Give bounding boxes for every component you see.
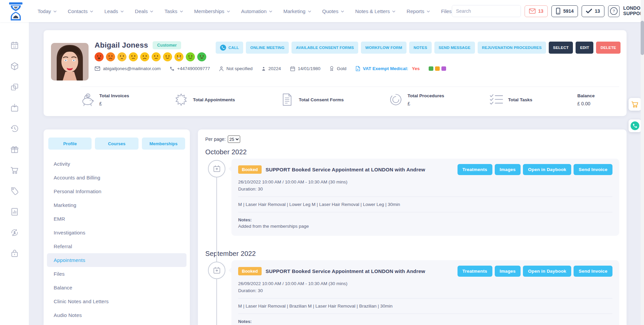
treatments-button[interactable]: Treatments bbox=[458, 164, 492, 175]
label-swatch-1[interactable] bbox=[429, 66, 433, 71]
gift-icon[interactable] bbox=[10, 145, 19, 154]
sidebar-item-accounts-and-billing[interactable]: Accounts and Billing bbox=[44, 171, 190, 184]
nav-item-marketing[interactable]: Marketing bbox=[283, 8, 311, 14]
report-icon[interactable] bbox=[10, 207, 19, 216]
lock-icon[interactable] bbox=[10, 249, 19, 258]
open-in-daybook-button[interactable]: Open in Daybook bbox=[523, 164, 571, 175]
open-in-daybook-button[interactable]: Open in Daybook bbox=[523, 266, 571, 277]
help-icon[interactable]: ? bbox=[608, 5, 620, 17]
stat-balance: Balance£ 0.00 bbox=[577, 93, 595, 106]
client-name-row: Abigail Joness Customer bbox=[95, 41, 181, 50]
mood-emoji-9-icon[interactable] bbox=[186, 52, 195, 61]
mail-count: 13 bbox=[538, 8, 544, 14]
label-swatch-2[interactable] bbox=[435, 66, 440, 71]
sidebar-item-emr[interactable]: EMR bbox=[44, 212, 190, 226]
copy-icon[interactable] bbox=[10, 83, 19, 92]
delete-button[interactable]: DELETE bbox=[596, 42, 621, 54]
mail-icon bbox=[529, 8, 536, 14]
nav-item-automation[interactable]: Automation bbox=[241, 8, 272, 14]
mail-badge[interactable]: 13 bbox=[525, 5, 548, 17]
floating-call-button[interactable] bbox=[629, 119, 641, 132]
appointment-treatment: M | Laser Hair Removal | Brazilian M | L… bbox=[238, 304, 612, 309]
phone-icon bbox=[220, 45, 226, 51]
nav-item-reports[interactable]: Reports bbox=[407, 8, 430, 14]
app-logo-icon[interactable] bbox=[8, 2, 23, 21]
search-input[interactable] bbox=[452, 5, 521, 17]
mood-emoji-4-icon[interactable] bbox=[129, 52, 138, 61]
client-stats-row: $Total Invoices£Total AppointmentsTotal … bbox=[80, 93, 595, 107]
nav-item-today[interactable]: Today bbox=[38, 8, 57, 14]
nav-item-label: Notes & Letters bbox=[355, 8, 390, 14]
tab-profile[interactable]: Profile bbox=[48, 138, 92, 150]
rejuvenation-procedures-button[interactable]: REJUVENATION PROCEDURES bbox=[478, 42, 546, 54]
send-message-button[interactable]: SEND MESSAGE bbox=[434, 42, 475, 54]
mood-emoji-6-icon[interactable] bbox=[152, 52, 161, 61]
nav-item-files[interactable]: Files bbox=[441, 8, 452, 14]
available-consent-forms-button[interactable]: AVAILABLE CONSENT FORMS bbox=[291, 42, 358, 54]
nav-item-notes-letters[interactable]: Notes & Letters bbox=[355, 8, 395, 14]
calendar-import-icon[interactable] bbox=[10, 103, 19, 112]
calendar-12-icon[interactable]: 12 bbox=[10, 41, 19, 50]
tab-courses[interactable]: Courses bbox=[95, 138, 138, 150]
sidebar-item-drinks[interactable]: Drinks bbox=[44, 322, 190, 325]
contact-20224: 20224 bbox=[262, 66, 281, 71]
nav-item-quotes[interactable]: Quotes bbox=[322, 8, 344, 14]
stat-value: £ bbox=[99, 101, 129, 106]
mood-emoji-3-icon[interactable] bbox=[117, 52, 126, 61]
workflow-form-button[interactable]: WORKFLOW FORM bbox=[361, 42, 407, 54]
person-icon bbox=[219, 66, 224, 71]
sidebar-item-activity[interactable]: Activity bbox=[44, 157, 190, 171]
select-button[interactable]: SELECT bbox=[549, 42, 573, 54]
sidebar-item-investigations[interactable]: Investigations bbox=[44, 226, 190, 239]
sidebar-item-balance[interactable]: Balance bbox=[44, 281, 190, 294]
nav-item-deals[interactable]: Deals bbox=[135, 8, 153, 14]
nav-item-label: Files bbox=[441, 8, 452, 14]
mood-emoji-1-icon[interactable] bbox=[95, 52, 104, 61]
nav-item-contacts[interactable]: Contacts bbox=[68, 8, 93, 14]
online-meeting-button[interactable]: ONLINE MEETING bbox=[246, 42, 289, 54]
user-sync-icon[interactable] bbox=[10, 228, 19, 237]
phone-badge[interactable]: 5914 bbox=[551, 5, 578, 17]
notes-button[interactable]: NOTES bbox=[409, 42, 432, 54]
send-invoice-button[interactable]: Send Invoice bbox=[574, 164, 612, 175]
per-page-select[interactable]: 25 bbox=[228, 136, 240, 143]
images-button[interactable]: Images bbox=[495, 266, 521, 277]
price-tag-icon[interactable] bbox=[10, 186, 19, 196]
package-icon[interactable] bbox=[10, 62, 19, 71]
appointment-marker bbox=[208, 160, 225, 177]
mood-emoji-7-icon[interactable] bbox=[163, 52, 172, 61]
nav-item-memberships[interactable]: Memberships bbox=[194, 8, 230, 14]
client-photo[interactable] bbox=[51, 43, 89, 80]
mood-emoji-5-icon[interactable] bbox=[140, 52, 149, 61]
mood-emoji-2-icon[interactable] bbox=[106, 52, 115, 61]
tab-memberships[interactable]: Memberships bbox=[142, 138, 185, 150]
page-scrollbar[interactable] bbox=[641, 0, 644, 325]
nav-item-tasks[interactable]: Tasks bbox=[164, 8, 183, 14]
sidebar-item-personal-information[interactable]: Personal Information bbox=[44, 184, 190, 198]
sidebar-item-appointments[interactable]: Appointments bbox=[47, 253, 186, 267]
mood-emoji-8-icon[interactable] bbox=[174, 52, 183, 61]
floating-cart-button[interactable] bbox=[629, 98, 641, 111]
nav-item-leads[interactable]: Leads bbox=[104, 8, 124, 14]
tasks-badge[interactable]: 13 bbox=[582, 5, 604, 17]
mood-emoji-10-icon[interactable] bbox=[197, 52, 206, 61]
scrollbar-thumb[interactable] bbox=[641, 21, 644, 55]
sidebar-item-files[interactable]: Files bbox=[44, 267, 190, 281]
notes-label: Notes: bbox=[238, 217, 612, 222]
history-icon[interactable] bbox=[10, 124, 19, 133]
appointments-content: Per page: 25 October 2022BookedSUPPORT B… bbox=[198, 129, 627, 325]
edit-button[interactable]: EDIT bbox=[576, 42, 593, 54]
images-button[interactable]: Images bbox=[495, 164, 521, 175]
nav-item-label: Leads bbox=[104, 8, 118, 14]
chevron-down-icon bbox=[341, 10, 344, 13]
stat-total-consent-forms: Total Consent Forms bbox=[280, 93, 344, 107]
cart-icon[interactable] bbox=[10, 166, 19, 175]
sidebar-item-clinic-notes-and-letters[interactable]: Clinic Notes and Letters bbox=[44, 294, 190, 308]
treatments-button[interactable]: Treatments bbox=[458, 266, 492, 277]
sidebar-item-marketing[interactable]: Marketing bbox=[44, 198, 190, 212]
label-swatch-3[interactable] bbox=[441, 66, 446, 71]
sidebar-item-audio-notes[interactable]: Audio Notes bbox=[44, 308, 190, 322]
sidebar-item-referral[interactable]: Referral bbox=[44, 239, 190, 253]
call-button[interactable]: CALL bbox=[216, 42, 243, 54]
send-invoice-button[interactable]: Send Invoice bbox=[574, 266, 612, 277]
